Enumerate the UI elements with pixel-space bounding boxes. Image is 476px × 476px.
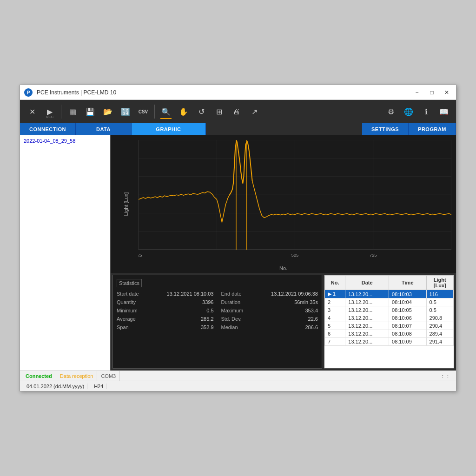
- cell-date: 13.12.20...: [345, 314, 389, 322]
- open-btn[interactable]: 📂: [99, 103, 116, 120]
- cell-date: 13.12.20...: [345, 306, 389, 314]
- search-icon: 🔍: [161, 107, 171, 116]
- table-row[interactable]: 3 13.12.20... 08:10:05 0.5: [325, 306, 454, 314]
- settings-btn[interactable]: ⚙: [383, 103, 399, 120]
- cell-time: 08:10:08: [389, 330, 427, 338]
- print-btn[interactable]: 🖨: [228, 103, 245, 120]
- stat-span: Span 352.9: [117, 324, 214, 330]
- stat-average: Average 285.2: [117, 316, 214, 322]
- save-btn[interactable]: 💾: [82, 103, 99, 120]
- cell-date: 13.12.20...: [345, 322, 389, 330]
- connection-btn[interactable]: ✕: [24, 103, 40, 120]
- stat-maximum: Maximum 353.4: [221, 308, 318, 313]
- resize-handle: ⋮⋮: [436, 371, 454, 381]
- numeric-btn[interactable]: ▦: [64, 103, 81, 120]
- main-content: 2022-01-04_08_29_58 Light [Lux] No.: [20, 135, 456, 370]
- stats-grid: Start date 13.12.2021 08:10:03 Quantity …: [117, 291, 318, 330]
- statistics-title: Statistics: [117, 279, 142, 287]
- status-bar: Connected Data reception COM3 ⋮⋮: [20, 370, 456, 381]
- chart-area: Light [Lux] No.: [111, 135, 456, 273]
- cell-time: 08:10:05: [389, 306, 427, 314]
- stat-quantity: Quantity 3396: [117, 299, 214, 305]
- cell-value: 0.5: [426, 298, 453, 306]
- search-btn[interactable]: 🔍: [158, 103, 174, 120]
- tab-program[interactable]: PROGRAM: [409, 123, 456, 135]
- statistics-panel: Statistics Start date 13.12.2021 08:10:0…: [112, 275, 322, 369]
- table-row[interactable]: 7 13.12.20... 08:10:09 291.4: [325, 338, 454, 346]
- cell-indicator: 6: [325, 330, 345, 338]
- separator-2: [154, 105, 155, 119]
- tab-data[interactable]: DATA: [76, 123, 132, 135]
- play-btn[interactable]: ▶ REC: [41, 103, 58, 120]
- cell-time: 08:10:04: [389, 298, 427, 306]
- bottom-panels: Statistics Start date 13.12.2021 08:10:0…: [111, 273, 456, 370]
- cell-indicator: 3: [325, 306, 345, 314]
- info-time-format: H24: [91, 383, 106, 389]
- app-logo: P: [24, 88, 33, 97]
- status-connected: Connected: [22, 371, 56, 381]
- cell-date: 13.12.20...: [345, 290, 389, 298]
- separator-1: [61, 105, 61, 119]
- svg-text:325: 325: [139, 253, 142, 258]
- svg-text:P: P: [27, 90, 30, 95]
- help-btn[interactable]: 📖: [436, 103, 452, 120]
- stat-minimum: Minimum 0.5: [117, 308, 214, 313]
- numeric-icon: ▦: [69, 107, 76, 116]
- export-btn[interactable]: ↗: [246, 103, 263, 120]
- connection-icon: ✕: [29, 107, 35, 116]
- tab-connection[interactable]: CONNECTION: [20, 123, 76, 135]
- maximize-button[interactable]: □: [426, 87, 437, 98]
- table-row[interactable]: ▶ 1 13.12.20... 08:10:03 116: [325, 290, 454, 298]
- cell-time: 08:10:06: [389, 314, 427, 322]
- stats-left: Start date 13.12.2021 08:10:03 Quantity …: [117, 291, 214, 330]
- save-icon: 💾: [86, 107, 95, 116]
- cell-value: 291.4: [426, 338, 453, 346]
- refresh-btn[interactable]: ↺: [193, 103, 210, 120]
- svg-text:725: 725: [370, 253, 377, 258]
- cell-date: 13.12.20...: [345, 330, 389, 338]
- close-button[interactable]: ✕: [441, 87, 452, 98]
- table-row[interactable]: 2 13.12.20... 08:10:04 0.5: [325, 298, 454, 306]
- print-icon: 🖨: [233, 107, 240, 116]
- rec-label: REC: [41, 115, 58, 119]
- window-title: PCE Instruments | PCE-LMD 10: [37, 89, 411, 96]
- table-scroll[interactable]: No. Date Time Light[Lux] ▶ 1 13.12.20...…: [324, 275, 454, 368]
- info-btn[interactable]: ℹ: [418, 103, 435, 120]
- data-table: No. Date Time Light[Lux] ▶ 1 13.12.20...…: [324, 275, 454, 346]
- info-icon: ℹ: [425, 107, 428, 116]
- cell-indicator: 7: [325, 338, 345, 346]
- active-underline: [160, 118, 172, 119]
- cell-indicator: 5: [325, 322, 345, 330]
- main-area: Light [Lux] No.: [111, 135, 456, 370]
- grid-btn[interactable]: ⊞: [211, 103, 227, 120]
- cell-indicator: ▶ 1: [325, 290, 345, 298]
- globe-icon: 🌐: [404, 107, 413, 116]
- table-row[interactable]: 4 13.12.20... 08:10:06 290.8: [325, 314, 454, 322]
- svg-text:525: 525: [291, 253, 298, 258]
- csv-btn[interactable]: CSV: [135, 103, 152, 120]
- hand-btn[interactable]: ✋: [175, 103, 192, 120]
- stat-std-dev: Std. Dev. 22.6: [221, 316, 318, 322]
- data-table-panel: No. Date Time Light[Lux] ▶ 1 13.12.20...…: [324, 275, 454, 369]
- cell-value: 290.8: [426, 314, 453, 322]
- col-time: Time: [389, 276, 427, 290]
- minimize-button[interactable]: −: [411, 87, 423, 98]
- cell-date: 13.12.20...: [345, 298, 389, 306]
- cell-time: 08:10:07: [389, 322, 427, 330]
- tab-graphic[interactable]: GRAPHIC: [132, 123, 206, 135]
- table-row[interactable]: 6 13.12.20... 08:10:08 289.4: [325, 330, 454, 338]
- cell-value: 116: [426, 290, 453, 298]
- table-row[interactable]: 5 13.12.20... 08:10:07 290.4: [325, 322, 454, 330]
- window-controls: − □ ✕: [411, 87, 452, 98]
- calc-btn[interactable]: 🔢: [117, 103, 134, 120]
- cell-indicator: 4: [325, 314, 345, 322]
- stat-median: Median 286.6: [221, 324, 318, 330]
- col-light: Light[Lux]: [426, 276, 453, 290]
- col-date: Date: [345, 276, 389, 290]
- tab-settings[interactable]: SETTINGS: [362, 123, 409, 135]
- y-axis-label: Light [Lux]: [123, 192, 129, 216]
- sidebar-item-recording[interactable]: 2022-01-04_08_29_58: [22, 137, 108, 145]
- status-data-reception: Data reception: [56, 371, 98, 381]
- export-icon: ↗: [251, 107, 258, 116]
- globe-btn[interactable]: 🌐: [400, 103, 417, 120]
